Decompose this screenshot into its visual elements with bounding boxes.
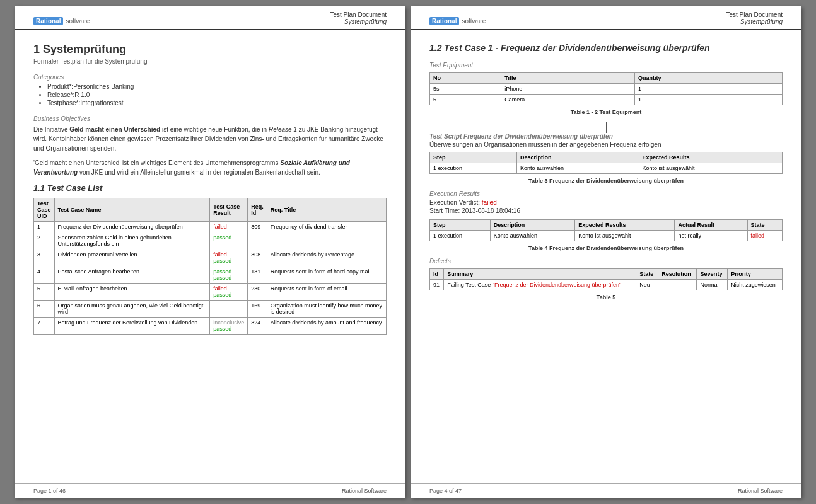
table-row: 2 Sponsoren zahlen Geld in einen gebünde… bbox=[34, 232, 387, 249]
table-row: 5s iPhone 1 bbox=[430, 84, 783, 94]
cell-reqid: 131 bbox=[248, 266, 267, 284]
th-severity: Severity bbox=[697, 269, 728, 280]
cell-uid: 2 bbox=[34, 232, 55, 249]
p2-equipment-table: No Title Quantity 5s iPhone 1 5 Camera 1 bbox=[429, 72, 783, 105]
cell-uid: 6 bbox=[34, 301, 55, 318]
cell-summary: Failing Test Case "Frequenz der Dividend… bbox=[444, 280, 636, 290]
cell-result bbox=[210, 301, 248, 318]
defects-caption: Table 5 bbox=[429, 294, 783, 301]
p1-section-num: 1 bbox=[33, 43, 40, 55]
table-row: 91 Failing Test Case "Frequenz der Divid… bbox=[430, 280, 783, 290]
page2-header: Rational software Test Plan Document Sys… bbox=[411, 6, 801, 30]
cell-name: Dividenden prozentual verteilen bbox=[54, 249, 210, 266]
cell-reqtitle bbox=[267, 232, 386, 249]
header-doc-title-2: Test Plan Document bbox=[726, 11, 783, 18]
th-no: No bbox=[430, 73, 501, 84]
th-expected: Expected Results bbox=[575, 220, 675, 231]
p2-defects-label: Defects bbox=[429, 258, 783, 265]
table-row: 6 Organisation muss genau angeben, wie v… bbox=[34, 301, 387, 318]
p2-execution-verdict: Execution Verdict: failed bbox=[429, 199, 783, 206]
verdict-label: Execution Verdict: bbox=[429, 199, 480, 206]
header-doc-subtitle-2: Systemprüfung bbox=[726, 18, 783, 25]
cell-name: Postalische Anfragen bearbeiten bbox=[54, 266, 210, 284]
cell-state: Neu bbox=[636, 280, 658, 290]
p1-biz-text2: 'Geld macht einen Unterschied' ist ein w… bbox=[33, 158, 387, 177]
cell-uid: 5 bbox=[34, 284, 55, 301]
p2-equipment-label: Test Equipment bbox=[429, 62, 783, 69]
cell-expected: Konto ist ausgewählt bbox=[639, 163, 782, 174]
p2-script-table: Step Description Expected Results 1 exec… bbox=[429, 152, 783, 174]
cell-reqid bbox=[248, 232, 267, 249]
table-row: 1 Frequenz der Dividendenüberweisung übe… bbox=[34, 222, 387, 232]
cell-step: 1 execution bbox=[430, 163, 517, 174]
cell-no: 5s bbox=[430, 84, 501, 94]
p1-biz-label: Business Objectives bbox=[33, 115, 387, 122]
th-name: Test Case Name bbox=[54, 198, 210, 222]
logo-area-1: Rational software bbox=[33, 17, 90, 25]
cell-reqtitle: Allocate dividends by Percentage bbox=[267, 249, 386, 266]
cell-actual: not really bbox=[675, 231, 747, 241]
verdict-value: failed bbox=[482, 199, 497, 206]
cell-result: passedpassed bbox=[210, 266, 248, 284]
list-item: Testphase*:Integrationstest bbox=[47, 100, 387, 106]
cell-reqid: 169 bbox=[248, 301, 267, 318]
footer-left-1: Page 1 of 46 bbox=[33, 488, 66, 494]
cell-reqid: 309 bbox=[248, 222, 267, 232]
cell-uid: 4 bbox=[34, 266, 55, 284]
cell-name: Frequenz der Dividendenüberweisung überp… bbox=[54, 222, 210, 232]
header-right-2: Test Plan Document Systemprüfung bbox=[726, 11, 783, 25]
th-reqid: Req.Id bbox=[248, 198, 267, 222]
th-priority: Priority bbox=[728, 269, 783, 280]
th-summary: Summary bbox=[444, 269, 636, 280]
page-1: Rational software Test Plan Document Sys… bbox=[15, 6, 405, 498]
page1-content: 1 Systemprüfung Formaler Testplan für di… bbox=[15, 37, 405, 483]
header-right-1: Test Plan Document Systemprüfung bbox=[330, 11, 387, 25]
th-resolution: Resolution bbox=[658, 269, 697, 280]
th-title: Title bbox=[501, 73, 635, 84]
list-item: Release*:R 1.0 bbox=[47, 91, 387, 98]
cell-reqtitle: Allocate dividends by amount and frequen… bbox=[267, 318, 386, 335]
footer-right-1: Rational Software bbox=[342, 488, 387, 494]
page1-header: Rational software Test Plan Document Sys… bbox=[15, 6, 405, 30]
cell-name: Organisation muss genau angeben, wie vie… bbox=[54, 301, 210, 318]
cell-name: Sponsoren zahlen Geld in einen gebündelt… bbox=[54, 232, 210, 249]
th-step: Step bbox=[430, 152, 517, 163]
cell-no: 5 bbox=[430, 94, 501, 105]
page2-content: 1.2 Test Case 1 - Frequenz der Dividende… bbox=[411, 37, 801, 483]
table-row: 4 Postalische Anfragen bearbeiten passed… bbox=[34, 266, 387, 284]
list-item: Produkt*:Persönliches Banking bbox=[47, 83, 387, 90]
cell-reqid: 324 bbox=[248, 318, 267, 335]
p2-script-title: Test Script Frequenz der Dividendenüberw… bbox=[429, 133, 783, 140]
table-row: 3 Dividenden prozentual verteilen failed… bbox=[34, 249, 387, 266]
header-doc-subtitle-1: Systemprüfung bbox=[330, 18, 387, 25]
page2-footer: Page 4 of 47 Rational Software bbox=[411, 483, 801, 498]
table-row: 5 Camera 1 bbox=[430, 94, 783, 105]
time-label: Start Time: bbox=[429, 207, 460, 214]
th-result: Test CaseResult bbox=[210, 198, 248, 222]
p2-script-subtitle: Überweisungen an Organisationen müssen i… bbox=[429, 141, 783, 148]
page1-footer: Page 1 of 46 Rational Software bbox=[15, 483, 405, 498]
cell-resolution bbox=[658, 280, 697, 290]
p2-section-num: 1.2 bbox=[429, 43, 441, 53]
cell-result: failedpassed bbox=[210, 284, 248, 301]
cell-qty: 1 bbox=[635, 84, 783, 94]
p1-categories-list: Produkt*:Persönliches Banking Release*:R… bbox=[33, 83, 387, 106]
cell-title: Camera bbox=[501, 94, 635, 105]
cell-reqtitle: Frequency of dividend transfer bbox=[267, 222, 386, 232]
cell-result: inconclusivepassed bbox=[210, 318, 248, 335]
logo-area-2: Rational software bbox=[429, 17, 486, 25]
table-row: 1 execution Konto auswählen Konto ist au… bbox=[430, 231, 783, 241]
p1-test-case-table: TestCaseUID Test Case Name Test CaseResu… bbox=[33, 198, 387, 335]
logo-rational-2: Rational bbox=[429, 17, 459, 25]
th-actual: Actual Result bbox=[675, 220, 747, 231]
p2-execution-time: Start Time: 2013-08-18 18:04:16 bbox=[429, 207, 783, 214]
cell-qty: 1 bbox=[635, 94, 783, 105]
script-caption: Table 3 Frequenz der Dividendenüberweisu… bbox=[429, 178, 783, 184]
page-2: Rational software Test Plan Document Sys… bbox=[411, 6, 801, 498]
p1-subsection-name: Test Case List bbox=[47, 183, 103, 193]
cell-uid: 3 bbox=[34, 249, 55, 266]
p2-defects-table: Id Summary State Resolution Severity Pri… bbox=[429, 268, 783, 290]
p1-section-name: Systemprüfung bbox=[43, 43, 126, 55]
p1-biz-text1: Die Initiative Geld macht einen Untersch… bbox=[33, 125, 387, 153]
footer-left-2: Page 4 of 47 bbox=[429, 488, 462, 494]
